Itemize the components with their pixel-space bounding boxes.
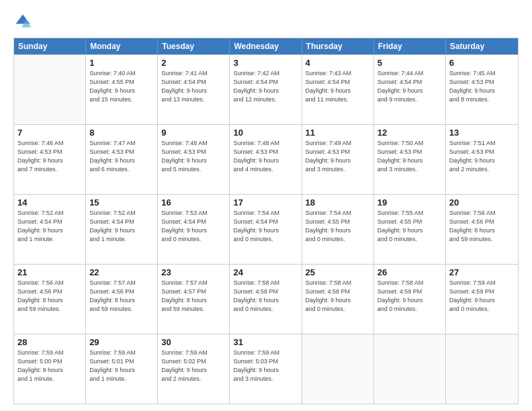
- day-number: 28: [17, 337, 82, 347]
- day-info: Sunrise: 7:59 AM Sunset: 5:02 PM Dayligh…: [161, 349, 226, 383]
- calendar-header-sunday: Sunday: [14, 38, 86, 54]
- calendar-day-24: 24Sunrise: 7:58 AM Sunset: 4:58 PM Dayli…: [230, 265, 302, 334]
- day-info: Sunrise: 7:58 AM Sunset: 4:58 PM Dayligh…: [233, 279, 298, 314]
- day-number: 23: [161, 267, 226, 277]
- day-number: 5: [378, 58, 442, 68]
- calendar-day-23: 23Sunrise: 7:57 AM Sunset: 4:57 PM Dayli…: [158, 265, 230, 334]
- calendar-header-thursday: Thursday: [302, 38, 374, 54]
- day-info: Sunrise: 7:56 AM Sunset: 4:56 PM Dayligh…: [449, 209, 515, 244]
- calendar-day-4: 4Sunrise: 7:43 AM Sunset: 4:54 PM Daylig…: [302, 55, 374, 124]
- day-number: 11: [306, 128, 370, 138]
- calendar-day-21: 21Sunrise: 7:56 AM Sunset: 4:56 PM Dayli…: [14, 265, 86, 334]
- day-number: 2: [161, 58, 226, 68]
- day-info: Sunrise: 7:59 AM Sunset: 5:01 PM Dayligh…: [89, 349, 154, 383]
- calendar-day-29: 29Sunrise: 7:59 AM Sunset: 5:01 PM Dayli…: [86, 334, 158, 404]
- day-info: Sunrise: 7:50 AM Sunset: 4:53 PM Dayligh…: [378, 139, 442, 174]
- calendar-day-28: 28Sunrise: 7:59 AM Sunset: 5:00 PM Dayli…: [14, 334, 86, 404]
- calendar-day-12: 12Sunrise: 7:50 AM Sunset: 4:53 PM Dayli…: [374, 125, 446, 194]
- calendar-week-4: 21Sunrise: 7:56 AM Sunset: 4:56 PM Dayli…: [14, 264, 518, 334]
- calendar-day-22: 22Sunrise: 7:57 AM Sunset: 4:56 PM Dayli…: [86, 265, 158, 334]
- day-number: 7: [17, 128, 82, 138]
- day-number: 24: [233, 267, 298, 277]
- day-info: Sunrise: 7:48 AM Sunset: 4:53 PM Dayligh…: [161, 139, 226, 174]
- calendar-header-monday: Monday: [86, 38, 158, 54]
- day-info: Sunrise: 7:57 AM Sunset: 4:57 PM Dayligh…: [161, 279, 226, 314]
- day-info: Sunrise: 7:43 AM Sunset: 4:54 PM Dayligh…: [306, 69, 370, 104]
- calendar-header-saturday: Saturday: [446, 38, 518, 54]
- day-number: 19: [378, 197, 442, 208]
- day-number: 21: [17, 267, 82, 277]
- day-info: Sunrise: 7:53 AM Sunset: 4:54 PM Dayligh…: [161, 209, 226, 244]
- day-info: Sunrise: 7:59 AM Sunset: 5:00 PM Dayligh…: [17, 349, 82, 383]
- day-number: 31: [233, 337, 298, 347]
- calendar-day-1: 1Sunrise: 7:40 AM Sunset: 4:55 PM Daylig…: [86, 55, 158, 124]
- calendar-day-5: 5Sunrise: 7:44 AM Sunset: 4:54 PM Daylig…: [374, 55, 446, 124]
- page: SundayMondayTuesdayWednesdayThursdayFrid…: [0, 0, 532, 411]
- day-info: Sunrise: 7:44 AM Sunset: 4:54 PM Dayligh…: [378, 69, 442, 104]
- day-number: 4: [306, 58, 370, 68]
- day-info: Sunrise: 7:58 AM Sunset: 4:58 PM Dayligh…: [306, 279, 370, 314]
- calendar-day-14: 14Sunrise: 7:52 AM Sunset: 4:54 PM Dayli…: [14, 195, 86, 264]
- day-number: 13: [449, 128, 515, 138]
- calendar-week-5: 28Sunrise: 7:59 AM Sunset: 5:00 PM Dayli…: [14, 334, 518, 404]
- day-info: Sunrise: 7:52 AM Sunset: 4:54 PM Dayligh…: [17, 209, 82, 244]
- calendar-day-8: 8Sunrise: 7:47 AM Sunset: 4:53 PM Daylig…: [86, 125, 158, 194]
- day-number: 8: [89, 128, 154, 138]
- calendar-day-30: 30Sunrise: 7:59 AM Sunset: 5:02 PM Dayli…: [158, 334, 230, 404]
- day-number: 29: [89, 337, 154, 347]
- day-number: 6: [449, 58, 515, 68]
- calendar-day-17: 17Sunrise: 7:54 AM Sunset: 4:54 PM Dayli…: [230, 195, 302, 264]
- day-info: Sunrise: 7:48 AM Sunset: 4:53 PM Dayligh…: [233, 139, 298, 174]
- calendar-day-27: 27Sunrise: 7:59 AM Sunset: 4:59 PM Dayli…: [446, 265, 518, 334]
- logo: [13, 12, 34, 31]
- day-number: 30: [161, 337, 226, 347]
- calendar-day-empty: [302, 334, 374, 404]
- day-info: Sunrise: 7:41 AM Sunset: 4:54 PM Dayligh…: [161, 69, 226, 104]
- calendar: SundayMondayTuesdayWednesdayThursdayFrid…: [13, 38, 519, 404]
- day-info: Sunrise: 7:59 AM Sunset: 5:03 PM Dayligh…: [233, 349, 298, 383]
- calendar-day-19: 19Sunrise: 7:55 AM Sunset: 4:55 PM Dayli…: [374, 195, 446, 264]
- day-number: 20: [449, 197, 515, 208]
- day-number: 22: [89, 267, 154, 277]
- day-info: Sunrise: 7:49 AM Sunset: 4:53 PM Dayligh…: [306, 139, 370, 174]
- day-info: Sunrise: 7:57 AM Sunset: 4:56 PM Dayligh…: [89, 279, 154, 314]
- calendar-day-31: 31Sunrise: 7:59 AM Sunset: 5:03 PM Dayli…: [230, 334, 302, 404]
- calendar-day-20: 20Sunrise: 7:56 AM Sunset: 4:56 PM Dayli…: [446, 195, 518, 264]
- day-number: 14: [17, 197, 82, 208]
- calendar-day-2: 2Sunrise: 7:41 AM Sunset: 4:54 PM Daylig…: [158, 55, 230, 124]
- day-info: Sunrise: 7:42 AM Sunset: 4:54 PM Dayligh…: [233, 69, 298, 104]
- calendar-header-friday: Friday: [374, 38, 446, 54]
- calendar-header-tuesday: Tuesday: [158, 38, 230, 54]
- day-number: 16: [161, 197, 226, 208]
- calendar-week-3: 14Sunrise: 7:52 AM Sunset: 4:54 PM Dayli…: [14, 194, 518, 264]
- day-number: 17: [233, 197, 298, 208]
- calendar-day-6: 6Sunrise: 7:45 AM Sunset: 4:53 PM Daylig…: [446, 55, 518, 124]
- day-number: 26: [378, 267, 442, 277]
- calendar-day-13: 13Sunrise: 7:51 AM Sunset: 4:53 PM Dayli…: [446, 125, 518, 194]
- day-info: Sunrise: 7:46 AM Sunset: 4:53 PM Dayligh…: [17, 139, 82, 174]
- day-info: Sunrise: 7:47 AM Sunset: 4:53 PM Dayligh…: [89, 139, 154, 174]
- day-info: Sunrise: 7:52 AM Sunset: 4:54 PM Dayligh…: [89, 209, 154, 244]
- calendar-day-10: 10Sunrise: 7:48 AM Sunset: 4:53 PM Dayli…: [230, 125, 302, 194]
- day-info: Sunrise: 7:45 AM Sunset: 4:53 PM Dayligh…: [449, 69, 515, 104]
- calendar-day-15: 15Sunrise: 7:52 AM Sunset: 4:54 PM Dayli…: [86, 195, 158, 264]
- day-number: 3: [233, 58, 298, 68]
- day-number: 10: [233, 128, 298, 138]
- day-info: Sunrise: 7:40 AM Sunset: 4:55 PM Dayligh…: [89, 69, 154, 104]
- calendar-day-3: 3Sunrise: 7:42 AM Sunset: 4:54 PM Daylig…: [230, 55, 302, 124]
- day-number: 1: [89, 58, 154, 68]
- calendar-header-wednesday: Wednesday: [230, 38, 302, 54]
- calendar-day-empty: [14, 55, 86, 124]
- day-number: 25: [306, 267, 370, 277]
- calendar-day-empty: [374, 334, 446, 404]
- calendar-day-7: 7Sunrise: 7:46 AM Sunset: 4:53 PM Daylig…: [14, 125, 86, 194]
- calendar-day-16: 16Sunrise: 7:53 AM Sunset: 4:54 PM Dayli…: [158, 195, 230, 264]
- day-info: Sunrise: 7:54 AM Sunset: 4:54 PM Dayligh…: [233, 209, 298, 244]
- calendar-week-1: 1Sunrise: 7:40 AM Sunset: 4:55 PM Daylig…: [14, 54, 518, 124]
- calendar-day-18: 18Sunrise: 7:54 AM Sunset: 4:55 PM Dayli…: [302, 195, 374, 264]
- day-number: 9: [161, 128, 226, 138]
- calendar-body: 1Sunrise: 7:40 AM Sunset: 4:55 PM Daylig…: [14, 54, 518, 404]
- day-info: Sunrise: 7:58 AM Sunset: 4:59 PM Dayligh…: [378, 279, 442, 314]
- header: [13, 12, 519, 31]
- day-info: Sunrise: 7:55 AM Sunset: 4:55 PM Dayligh…: [378, 209, 442, 244]
